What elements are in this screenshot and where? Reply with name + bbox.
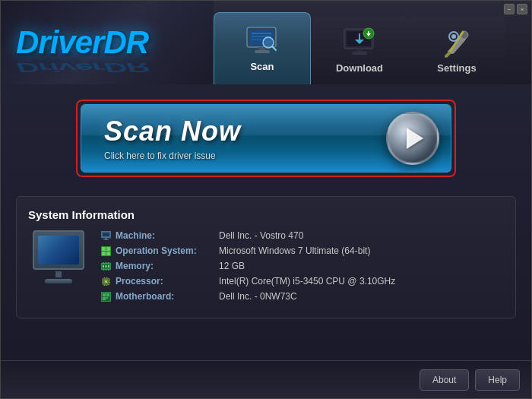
tab-scan[interactable]: Scan: [214, 12, 311, 84]
bottom-bar: About Help: [1, 360, 531, 398]
svg-rect-7: [259, 47, 265, 50]
monitor-neck: [55, 271, 62, 277]
svg-rect-49: [109, 282, 110, 283]
scan-now-button[interactable]: Scan Now Click here to fix driver issue: [81, 104, 451, 173]
scan-tab-icon: [244, 26, 280, 56]
scan-arrow-button[interactable]: [386, 112, 439, 165]
nav-tabs: Scan: [214, 1, 531, 84]
processor-value: Intel(R) Core(TM) i5-3450 CPU @ 3.10GHz: [219, 276, 395, 287]
svg-line-20: [446, 53, 449, 56]
svg-rect-34: [103, 265, 104, 268]
processor-icon: [100, 276, 111, 287]
svg-rect-26: [103, 239, 109, 240]
svg-rect-47: [102, 282, 103, 283]
tab-scan-label: Scan: [250, 61, 274, 72]
table-row: Motherboard: Dell Inc. - 0NW73C: [100, 291, 504, 302]
content-area: Scan Now Click here to fix driver issue …: [1, 84, 531, 360]
main-window: − × DriverDR DriverDR: [0, 0, 532, 399]
tab-download[interactable]: Download: [311, 16, 408, 84]
svg-rect-14: [352, 52, 367, 55]
scan-button-sub-label: Click here to fix driver issue: [104, 150, 241, 161]
svg-rect-40: [103, 269, 104, 271]
tab-download-label: Download: [336, 62, 383, 74]
svg-rect-38: [106, 262, 106, 264]
table-row: Memory: 12 GB: [100, 261, 504, 271]
close-button[interactable]: ×: [517, 4, 527, 14]
svg-rect-13: [356, 49, 363, 52]
machine-label: Machine:: [116, 230, 214, 241]
svg-rect-37: [103, 262, 104, 264]
motherboard-label: Motherboard:: [116, 291, 214, 302]
svg-rect-29: [106, 247, 110, 251]
os-icon: [100, 245, 111, 256]
svg-rect-58: [103, 297, 106, 300]
svg-rect-8: [255, 50, 270, 53]
arrow-icon: [407, 128, 423, 149]
logo-area: DriverDR DriverDR: [1, 1, 214, 84]
tab-settings-label: Settings: [437, 62, 476, 74]
svg-rect-31: [106, 252, 110, 255]
memory-label: Memory:: [116, 261, 214, 271]
monitor-body: [33, 230, 84, 270]
monitor-base: [45, 279, 72, 283]
computer-graphic: [28, 230, 89, 306]
memory-value: 12 GB: [219, 261, 245, 271]
monitor-screen: [38, 236, 79, 264]
svg-rect-35: [105, 265, 106, 268]
svg-rect-39: [108, 262, 109, 264]
download-tab-icon: [341, 27, 378, 58]
app-logo: DriverDR: [16, 24, 148, 61]
minimize-button[interactable]: −: [504, 4, 515, 14]
os-value: Microsoft Windows 7 Ultimate (64-bit): [219, 245, 370, 256]
svg-rect-59: [106, 297, 108, 299]
svg-rect-41: [106, 269, 106, 271]
svg-rect-57: [106, 293, 109, 296]
os-label: Operation System:: [116, 245, 214, 256]
machine-icon: [100, 230, 111, 241]
help-label: Help: [488, 375, 507, 385]
scan-button-main-label: Scan Now: [104, 116, 241, 147]
svg-rect-52: [104, 285, 105, 286]
system-info-panel: System Information: [16, 196, 516, 318]
header: DriverDR DriverDR: [1, 1, 531, 84]
processor-label: Processor:: [116, 276, 214, 287]
settings-tab-icon: [439, 27, 475, 58]
motherboard-value: Dell Inc. - 0NW73C: [219, 291, 297, 302]
logo-reflection: DriverDR: [16, 60, 148, 74]
info-table: Machine: Dell Inc. - Vostro 470: [100, 230, 504, 306]
svg-rect-36: [108, 265, 109, 268]
machine-value: Dell Inc. - Vostro 470: [219, 230, 303, 241]
svg-rect-56: [103, 293, 106, 296]
about-button[interactable]: About: [420, 369, 469, 391]
svg-rect-51: [106, 277, 107, 278]
motherboard-icon: [100, 291, 111, 302]
svg-rect-48: [109, 280, 110, 280]
help-button[interactable]: Help: [475, 369, 520, 391]
system-info-title: System Information: [28, 208, 504, 221]
svg-rect-50: [104, 277, 105, 278]
scan-button-text: Scan Now Click here to fix driver issue: [104, 116, 241, 161]
tab-settings[interactable]: Settings: [408, 16, 505, 84]
svg-rect-42: [108, 269, 109, 271]
system-info-body: Machine: Dell Inc. - Vostro 470: [28, 230, 504, 306]
table-row: Machine: Dell Inc. - Vostro 470: [100, 230, 504, 241]
svg-rect-46: [102, 280, 103, 280]
titlebar: − ×: [504, 1, 531, 17]
svg-rect-24: [103, 233, 109, 236]
about-label: About: [432, 375, 456, 385]
svg-rect-25: [105, 238, 107, 239]
svg-rect-30: [102, 252, 106, 255]
table-row: Processor: Intel(R) Core(TM) i5-3450 CPU…: [100, 276, 504, 287]
svg-point-22: [451, 34, 456, 39]
svg-rect-28: [102, 247, 106, 251]
table-row: Operation System: Microsoft Windows 7 Ul…: [100, 245, 504, 256]
memory-icon: [100, 261, 111, 271]
svg-rect-53: [106, 285, 107, 286]
svg-point-45: [105, 280, 107, 283]
scan-button-wrapper: Scan Now Click here to fix driver issue: [76, 100, 456, 177]
